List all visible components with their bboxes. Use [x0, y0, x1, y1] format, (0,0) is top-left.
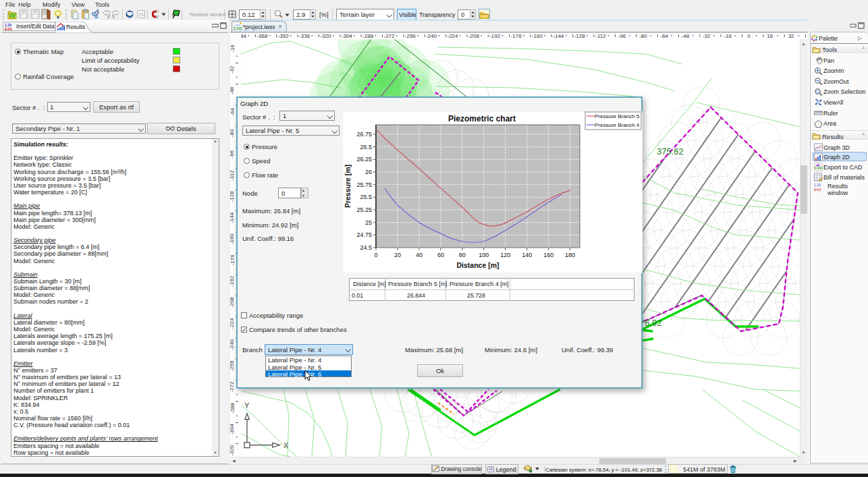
- svg-text:E•03: E•03: [814, 188, 821, 192]
- svg-text:40: 40: [416, 252, 423, 258]
- svg-text:-16: -16: [230, 45, 236, 53]
- svg-text:100: 100: [479, 252, 489, 258]
- svg-text:-32: -32: [703, 33, 711, 39]
- svg-text:-336: -336: [299, 33, 310, 39]
- svg-text:32: 32: [788, 33, 794, 39]
- svg-text:-320: -320: [320, 33, 331, 39]
- svg-text:80: 80: [459, 252, 466, 258]
- svg-text:-64: -64: [230, 108, 236, 116]
- svg-text:Pressure [m]: Pressure [m]: [344, 165, 352, 208]
- svg-text:20: 20: [394, 252, 401, 258]
- svg-text:-240: -240: [426, 33, 437, 39]
- svg-text:Pressure Branch 4: Pressure Branch 4: [595, 122, 640, 128]
- svg-text:24.75: 24.75: [356, 231, 372, 238]
- svg-text:-192: -192: [489, 33, 501, 39]
- svg-text:60: 60: [437, 252, 444, 258]
- svg-text:-352: -352: [278, 33, 290, 39]
- svg-text:25: 25: [365, 219, 372, 226]
- svg-text:1.23: 1.23: [814, 183, 821, 187]
- svg-text:-80: -80: [639, 33, 647, 39]
- svg-text:16: 16: [767, 33, 773, 39]
- svg-text:160: 160: [543, 252, 553, 258]
- svg-text:26: 26: [365, 169, 372, 175]
- svg-text:-112: -112: [230, 170, 236, 181]
- svg-text:IWS: IWS: [235, 24, 240, 27]
- svg-text:-96: -96: [618, 33, 626, 39]
- svg-text:W: W: [9, 11, 16, 20]
- svg-text:25.25: 25.25: [356, 206, 372, 213]
- svg-text:E•03: E•03: [5, 27, 12, 30]
- svg-text:-176: -176: [511, 33, 522, 39]
- svg-text:CAD: CAD: [815, 166, 822, 170]
- svg-text:-176: -176: [230, 254, 236, 266]
- svg-text:24.5: 24.5: [360, 244, 372, 251]
- svg-text:-48: -48: [230, 86, 236, 94]
- svg-text:-288: -288: [362, 33, 374, 39]
- svg-text:-304: -304: [230, 424, 236, 435]
- svg-text:76.92: 76.92: [640, 318, 662, 328]
- svg-text:-96: -96: [230, 150, 236, 158]
- svg-text:-144: -144: [553, 33, 564, 39]
- svg-text:180: 180: [565, 252, 575, 258]
- svg-text:-304: -304: [342, 33, 353, 39]
- svg-text:140: 140: [522, 252, 532, 258]
- svg-text:-160: -160: [230, 233, 236, 245]
- svg-text:-192: -192: [230, 275, 236, 287]
- svg-text:Y: Y: [244, 401, 250, 410]
- svg-text:375.62: 375.62: [657, 146, 684, 157]
- svg-text:26.75: 26.75: [356, 131, 372, 138]
- svg-text:26.25: 26.25: [356, 156, 372, 163]
- svg-text:-256: -256: [405, 33, 416, 39]
- svg-text:-368: -368: [256, 33, 268, 39]
- svg-text:-208: -208: [230, 297, 236, 308]
- svg-text:0: 0: [747, 33, 751, 39]
- svg-text:-16: -16: [724, 33, 732, 39]
- svg-text:0: 0: [374, 252, 377, 258]
- svg-text:-272: -272: [383, 33, 395, 39]
- svg-text:-320: -320: [230, 445, 236, 456]
- svg-text:-80: -80: [230, 129, 236, 137]
- svg-text:-64: -64: [660, 33, 668, 39]
- svg-text:25.5: 25.5: [360, 194, 372, 200]
- svg-text:-256: -256: [230, 360, 236, 372]
- svg-text:-224: -224: [230, 318, 236, 329]
- svg-text:Piezometric chart: Piezometric chart: [448, 114, 516, 123]
- svg-text:-288: -288: [230, 402, 236, 414]
- svg-text:-48: -48: [682, 33, 690, 39]
- svg-text:-224: -224: [447, 33, 458, 39]
- svg-text:X: X: [283, 441, 289, 449]
- svg-text:-240: -240: [230, 339, 236, 350]
- svg-text:120: 120: [500, 252, 510, 258]
- svg-text:Distance [m]: Distance [m]: [456, 261, 499, 269]
- svg-text:-112: -112: [595, 33, 606, 39]
- svg-text:-144: -144: [230, 212, 236, 223]
- svg-text:-160: -160: [532, 33, 543, 39]
- svg-text:26.5: 26.5: [360, 144, 372, 150]
- svg-text:-32: -32: [230, 65, 236, 74]
- svg-text:-208: -208: [468, 33, 480, 39]
- svg-text:Pressure Branch 5: Pressure Branch 5: [595, 113, 640, 119]
- svg-text:-128: -128: [574, 33, 586, 39]
- svg-text:-272: -272: [230, 381, 236, 393]
- svg-text:25.75: 25.75: [356, 181, 372, 188]
- svg-text:-128: -128: [230, 191, 236, 202]
